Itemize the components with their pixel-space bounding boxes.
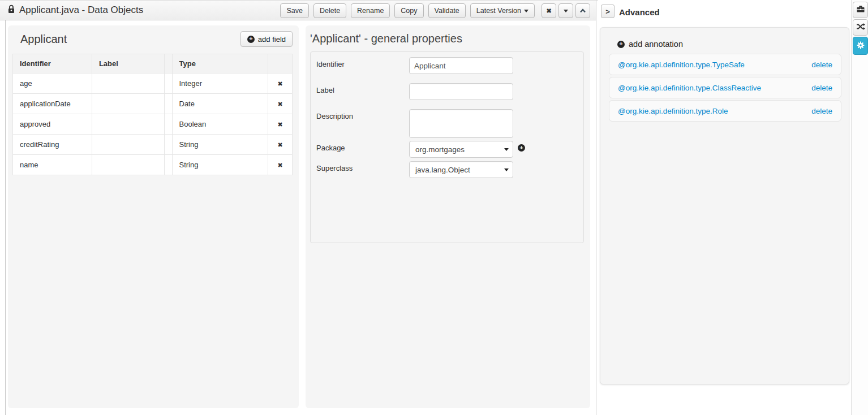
- field-spacer-cell: [164, 155, 172, 175]
- delete-annotation-link[interactable]: delete: [811, 60, 832, 69]
- briefcase-icon: [856, 5, 865, 15]
- package-select[interactable]: org.mortgages: [409, 141, 513, 158]
- column-header-identifier: Identifier: [13, 54, 92, 74]
- field-spacer-cell: [164, 94, 172, 114]
- collapse-up-button[interactable]: [575, 3, 590, 18]
- general-properties-title: 'Applicant' - general properties: [310, 32, 462, 45]
- delete-field-button[interactable]: [268, 155, 293, 175]
- editor-titlebar: Applicant.java - Data Objects Save Delet…: [0, 0, 596, 20]
- field-type-cell[interactable]: Integer: [172, 74, 268, 94]
- field-label-cell[interactable]: [92, 155, 164, 175]
- field-type-cell[interactable]: String: [172, 135, 268, 155]
- annotation-row: @org.kie.api.definition.type.ClassReacti…: [609, 77, 841, 98]
- add-field-button[interactable]: add field: [240, 31, 293, 47]
- package-label: Package: [316, 144, 345, 152]
- delete-annotation-link[interactable]: delete: [811, 107, 832, 115]
- general-properties-panel: 'Applicant' - general properties Identif…: [306, 25, 590, 408]
- validate-button[interactable]: Validate: [428, 3, 466, 18]
- general-properties-form: Identifier Label Description Package org…: [310, 51, 584, 243]
- shuffle-icon: [856, 22, 865, 33]
- field-row-approved[interactable]: approved Boolean: [13, 114, 293, 135]
- close-editor-button[interactable]: [542, 3, 556, 18]
- field-identifier-cell[interactable]: age: [13, 74, 92, 94]
- advanced-panel-title: Advanced: [619, 7, 660, 17]
- expand-dropdown-button[interactable]: [558, 3, 573, 18]
- project-explorer-dock-button[interactable]: [853, 2, 868, 18]
- delete-field-button[interactable]: [268, 94, 293, 114]
- column-header-type: Type: [172, 54, 268, 74]
- annotation-link[interactable]: @org.kie.api.definition.type.TypeSafe: [618, 60, 745, 69]
- field-row-creditRating[interactable]: creditRating String: [13, 135, 293, 155]
- data-object-title: Applicant: [20, 33, 67, 46]
- caret-down-icon: [564, 10, 568, 12]
- right-splitter[interactable]: [596, 0, 596, 415]
- superclass-select[interactable]: java.lang.Object: [409, 161, 513, 178]
- gear-icon: [857, 41, 865, 51]
- copy-button[interactable]: Copy: [394, 3, 423, 18]
- fields-table: Identifier Label Type age Integer applic…: [12, 54, 293, 175]
- annotation-row: @org.kie.api.definition.type.TypeSafe de…: [609, 54, 841, 75]
- tool-dock: [851, 0, 868, 415]
- field-row-age[interactable]: age Integer: [13, 74, 293, 94]
- identifier-label: Identifier: [316, 60, 345, 68]
- annotation-link[interactable]: @org.kie.api.definition.type.Role: [618, 107, 728, 115]
- fields-table-header-row: Identifier Label Type: [13, 54, 293, 74]
- shuffle-dock-button[interactable]: [853, 19, 868, 36]
- identifier-input[interactable]: [409, 57, 513, 74]
- delete-annotation-link[interactable]: delete: [811, 84, 832, 92]
- plus-circle-icon: [247, 36, 255, 43]
- field-label-cell[interactable]: [92, 114, 164, 135]
- annotation-list: @org.kie.api.definition.type.TypeSafe de…: [609, 54, 841, 122]
- label-input[interactable]: [409, 83, 513, 100]
- description-label: Description: [316, 112, 353, 120]
- field-type-cell[interactable]: Date: [172, 94, 268, 114]
- column-header-actions: [268, 54, 293, 74]
- chevron-up-icon: [579, 7, 586, 15]
- delete-x-icon: [277, 100, 282, 108]
- page-title: Applicant.java - Data Objects: [19, 5, 143, 16]
- delete-x-icon: [277, 161, 282, 169]
- collapse-advanced-button[interactable]: [601, 5, 615, 18]
- field-identifier-cell[interactable]: applicationDate: [13, 94, 92, 114]
- annotation-link[interactable]: @org.kie.api.definition.type.ClassReacti…: [618, 84, 761, 92]
- version-dropdown-button[interactable]: Latest Version: [470, 3, 535, 18]
- field-label-cell[interactable]: [92, 74, 164, 94]
- field-identifier-cell[interactable]: creditRating: [13, 135, 92, 155]
- field-spacer-cell: [164, 114, 172, 135]
- field-spacer-cell: [164, 74, 172, 94]
- field-identifier-cell[interactable]: name: [13, 155, 92, 175]
- field-row-applicationDate[interactable]: applicationDate Date: [13, 94, 293, 114]
- add-field-label: add field: [258, 35, 286, 44]
- field-type-cell[interactable]: String: [172, 155, 268, 175]
- label-label: Label: [316, 86, 334, 94]
- delete-field-button[interactable]: [268, 74, 293, 94]
- field-label-cell[interactable]: [92, 94, 164, 114]
- add-annotation-button[interactable]: add annotation: [617, 40, 683, 49]
- caret-down-icon: [504, 148, 509, 151]
- add-annotation-label: add annotation: [629, 40, 683, 49]
- column-header-label: Label: [92, 54, 164, 74]
- delete-x-icon: [277, 140, 282, 149]
- field-row-name[interactable]: name String: [13, 155, 293, 175]
- delete-button[interactable]: Delete: [313, 3, 346, 18]
- field-identifier-cell[interactable]: approved: [13, 114, 92, 135]
- annotation-row: @org.kie.api.definition.type.Role delete: [609, 100, 841, 122]
- package-selected-value: org.mortgages: [415, 145, 465, 154]
- close-x-icon: [546, 7, 551, 15]
- save-button[interactable]: Save: [280, 3, 309, 18]
- delete-x-icon: [277, 79, 282, 88]
- delete-field-button[interactable]: [268, 135, 293, 155]
- column-header-spacer: [164, 54, 172, 74]
- settings-dock-button[interactable]: [853, 37, 868, 55]
- field-label-cell[interactable]: [92, 135, 164, 155]
- advanced-panel-body: add annotation @org.kie.api.definition.t…: [600, 27, 849, 384]
- field-type-cell[interactable]: Boolean: [172, 114, 268, 135]
- superclass-selected-value: java.lang.Object: [415, 166, 470, 174]
- delete-field-button[interactable]: [268, 114, 293, 135]
- add-package-button[interactable]: [518, 144, 525, 152]
- advanced-panel-header: Advanced: [598, 0, 851, 25]
- caret-down-icon: [524, 10, 528, 12]
- rename-button[interactable]: Rename: [351, 3, 390, 18]
- chevron-right-icon: [605, 7, 610, 16]
- description-textarea[interactable]: [409, 109, 513, 138]
